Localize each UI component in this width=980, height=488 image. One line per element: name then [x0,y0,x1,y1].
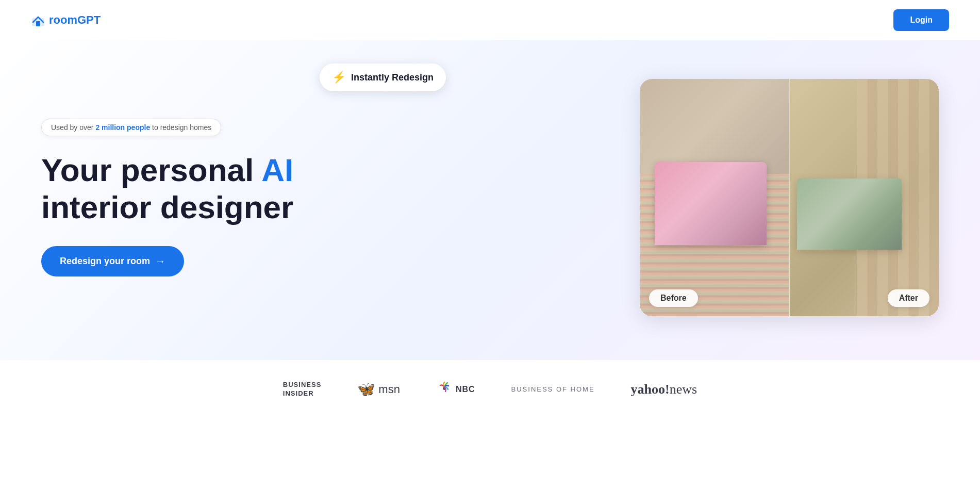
press-logo-nbc: NBC [436,381,475,398]
arrow-icon: → [155,255,165,267]
login-button[interactable]: Login [893,9,949,31]
hero-section: Used by over 2 million people to redesig… [0,40,980,360]
header: roomGPT Login [0,0,980,40]
redesign-badge-text: Instantly Redesign [351,72,434,83]
msn-butterfly-icon: 🦋 [357,381,375,398]
badge-highlight-text: 2 million people [95,123,150,132]
hero-title-line1: Your personal [41,152,261,188]
before-after-container: Before After [640,79,939,316]
svg-rect-1 [36,21,40,26]
press-logo-business-insider: BUSINESSINSIDER [283,381,321,398]
hero-title-line2: interior designer [41,189,293,225]
instantly-redesign-badge: ⚡ Instantly Redesign [320,63,446,91]
nbc-peacock-icon [436,381,453,398]
business-insider-text: BUSINESSINSIDER [283,381,321,398]
press-section: BUSINESSINSIDER 🦋 msn NBC BUSINESS OF HO… [0,360,980,419]
used-badge: Used by over 2 million people to redesig… [41,119,221,136]
room-after-image: After [789,79,939,316]
press-logo-msn: 🦋 msn [357,381,400,398]
hero-title: Your personal AI interior designer [41,152,351,225]
logo[interactable]: roomGPT [31,13,101,27]
hero-right: ⚡ Instantly Redesign Before After [351,79,949,316]
before-label: Before [649,289,698,307]
press-logo-yahoo: yahoo!news [631,382,697,397]
msn-text: msn [378,383,400,396]
nbc-text: NBC [456,385,475,394]
press-logo-boh: BUSINESS OF HOME [511,385,595,393]
hero-left: Used by over 2 million people to redesig… [41,119,351,276]
room-before-image: Before [640,79,789,316]
bolt-icon: ⚡ [332,71,346,84]
badge-end-text: to redesign homes [150,123,211,132]
hero-title-ai: AI [261,152,293,188]
logo-icon [31,13,45,27]
after-label: After [888,289,929,307]
yahoo-text: yahoo!news [631,382,697,397]
boh-text: BUSINESS OF HOME [511,385,595,393]
badge-normal-text: Used by over [51,123,95,132]
cta-label: Redesign your room [60,256,150,267]
logo-text: roomGPT [49,13,101,27]
redesign-room-button[interactable]: Redesign your room → [41,246,184,276]
